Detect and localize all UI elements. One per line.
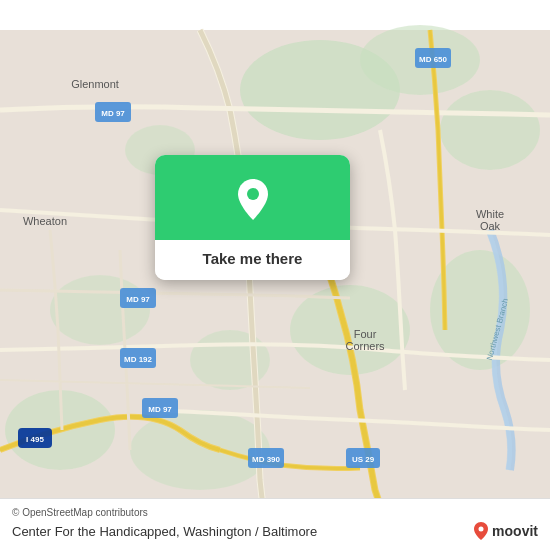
svg-text:White: White (476, 208, 504, 220)
svg-text:Glenmont: Glenmont (71, 78, 119, 90)
svg-text:MD 192: MD 192 (124, 355, 153, 364)
svg-point-36 (479, 527, 484, 532)
svg-text:Corners: Corners (345, 340, 385, 352)
map-attribution: © OpenStreetMap contributors (12, 507, 538, 518)
bottom-bar: © OpenStreetMap contributors Center For … (0, 498, 550, 550)
moovit-pin-icon (474, 522, 488, 540)
svg-text:I 495: I 495 (26, 435, 44, 444)
take-me-there-card[interactable]: Take me there (155, 155, 350, 280)
svg-text:MD 97: MD 97 (148, 405, 172, 414)
moovit-brand-text: moovit (492, 523, 538, 539)
svg-text:MD 97: MD 97 (126, 295, 150, 304)
svg-point-3 (440, 90, 540, 170)
svg-text:US 29: US 29 (352, 455, 375, 464)
svg-text:MD 97: MD 97 (101, 109, 125, 118)
svg-text:MD 650: MD 650 (419, 55, 448, 64)
svg-text:Wheaton: Wheaton (23, 215, 67, 227)
location-name: Center For the Handicapped, Washington /… (12, 524, 317, 539)
card-top-green (155, 155, 350, 240)
card-bottom: Take me there (155, 240, 350, 280)
moovit-logo: moovit (474, 522, 538, 540)
take-me-there-label: Take me there (203, 250, 303, 267)
svg-point-8 (50, 275, 150, 345)
map-container: MD 97 MD 97 MD 97 MD 650 MD 192 MD 390 U… (0, 0, 550, 550)
svg-text:Four: Four (354, 328, 377, 340)
svg-point-35 (247, 188, 259, 200)
svg-text:Oak: Oak (480, 220, 501, 232)
location-pin-icon (234, 177, 272, 222)
svg-text:MD 390: MD 390 (252, 455, 281, 464)
location-info: Center For the Handicapped, Washington /… (12, 522, 538, 540)
